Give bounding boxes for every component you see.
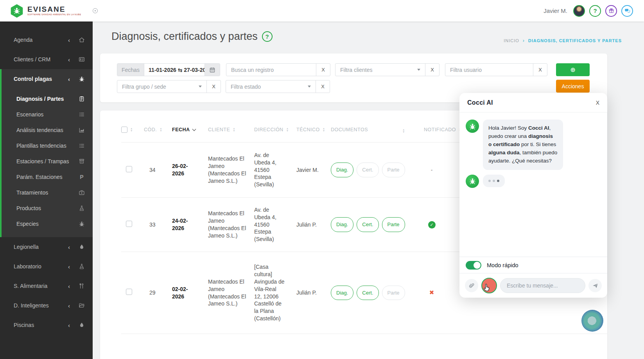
sidebar-item-laboratorio[interactable]: Laboratorio ‹ bbox=[0, 257, 93, 276]
archive-icon bbox=[79, 158, 85, 164]
clear-search-button[interactable]: X bbox=[316, 64, 330, 76]
doc-diag-button[interactable]: Diag. bbox=[331, 163, 353, 177]
row-checkbox[interactable] bbox=[126, 289, 132, 295]
chevron-down-icon bbox=[308, 86, 311, 88]
sidebar-item-piscinas[interactable]: Piscinas ‹ bbox=[0, 315, 93, 335]
select-all-checkbox[interactable] bbox=[121, 127, 127, 133]
sidebar-item-productos[interactable]: Productos bbox=[2, 200, 93, 216]
sidebar-item-tratamientos[interactable]: Tratamientos bbox=[2, 185, 93, 200]
table-row: Mantecados El Jameo (Mantecados El Jameo… bbox=[121, 334, 607, 359]
status-filter: Filtra estado X bbox=[226, 80, 330, 93]
doc-cert-button[interactable]: Cert. bbox=[357, 163, 379, 177]
calendar-icon[interactable] bbox=[205, 64, 220, 76]
utensils-icon bbox=[79, 283, 85, 289]
user-filter-input[interactable] bbox=[445, 64, 533, 76]
typing-indicator-row bbox=[466, 175, 601, 188]
chevron-left-icon: ‹ bbox=[68, 302, 70, 309]
help-button[interactable]: ? bbox=[589, 5, 601, 17]
add-record-button[interactable]: ⊕ bbox=[556, 63, 590, 76]
row-checkbox[interactable] bbox=[126, 166, 132, 172]
chat-button[interactable] bbox=[621, 5, 633, 17]
search-input[interactable] bbox=[226, 64, 316, 76]
medkit-icon bbox=[79, 189, 85, 196]
cell-cliente: Mantecados El Jameo (Mantecados El Jameo… bbox=[208, 278, 250, 308]
sort-icon[interactable]: ▲▼ bbox=[402, 129, 405, 133]
doc-diag-button[interactable]: Diag. bbox=[331, 286, 353, 300]
gift-button[interactable] bbox=[605, 5, 617, 17]
sort-icon[interactable]: ▲▼ bbox=[233, 127, 235, 132]
cell-cliente: Mantecados El Jameo (Mantecados El Jameo… bbox=[208, 155, 250, 185]
cell-fecha: 02-02-2026 bbox=[172, 286, 200, 300]
clear-client-button[interactable]: X bbox=[425, 64, 439, 76]
sort-desc-icon[interactable] bbox=[192, 127, 196, 131]
sort-icon[interactable]: ▲▼ bbox=[286, 127, 289, 132]
sidebar-item-param-estaciones[interactable]: Parám. EstacionesP bbox=[2, 169, 93, 185]
cell-cod: 33 bbox=[144, 221, 172, 229]
quick-mode-toggle[interactable] bbox=[466, 261, 481, 270]
doc-parte-button[interactable]: Parte bbox=[382, 163, 405, 177]
chevron-left-icon: ‹ bbox=[68, 37, 70, 43]
sidebar-item-estaciones-trampas[interactable]: Estaciones / Trampas bbox=[2, 154, 93, 169]
sidebar-item-control-plagas[interactable]: Control plagas ‹ bbox=[2, 69, 93, 89]
sort-icon[interactable]: ▲▼ bbox=[323, 127, 325, 132]
sidebar-item-s-alimentaria[interactable]: S. Alimentaria ‹ bbox=[0, 276, 93, 296]
doc-parte-button[interactable]: Parte bbox=[382, 217, 405, 232]
title-help-icon[interactable]: ? bbox=[262, 31, 273, 42]
sidebar-item-clientes-crm[interactable]: Clientes / CRM ‹ bbox=[0, 50, 93, 69]
doc-diag-button[interactable]: Diag. bbox=[331, 217, 353, 232]
breadcrumb-home-link[interactable]: INICIO bbox=[504, 38, 519, 43]
chevron-left-icon: ‹ bbox=[68, 263, 70, 270]
idcard-icon bbox=[79, 56, 85, 63]
col-cliente: CLIENTE▲▼ bbox=[208, 127, 254, 132]
row-checkbox[interactable] bbox=[126, 221, 132, 227]
user-name: Javier M. bbox=[544, 7, 567, 14]
cell-cod: 29 bbox=[144, 289, 172, 296]
status-select[interactable]: Filtra estado bbox=[226, 80, 303, 93]
fechas-label: Fechas bbox=[117, 64, 144, 76]
sidebar-item-diagnosis-partes[interactable]: Diagnosis / Partes bbox=[2, 91, 93, 107]
col-direccion: DIRECCIÓN▲▼ bbox=[254, 127, 296, 132]
menu-collapse-icon[interactable] bbox=[93, 8, 98, 13]
date-range-value: 11-01-2026 ⇆ 27-03-2026 bbox=[144, 64, 205, 76]
doc-cert-button[interactable]: Cert. bbox=[357, 286, 379, 300]
chat-close-button[interactable]: X bbox=[596, 100, 599, 106]
date-range-filter[interactable]: Fechas 11-01-2026 ⇆ 27-03-2026 bbox=[117, 63, 220, 76]
sidebar-item-escenarios[interactable]: Escenarios bbox=[2, 107, 93, 122]
sidebar-group-control-plagas: Control plagas ‹ Diagnosis / Partes Esce… bbox=[0, 69, 93, 237]
bot-bug-avatar bbox=[466, 175, 479, 188]
droplet-icon bbox=[79, 322, 85, 328]
home-icon bbox=[79, 37, 85, 43]
client-select[interactable]: Filtra clientes bbox=[335, 64, 413, 76]
breadcrumb: INICIO › DIAGNOSIS, CERTIFICADOS Y PARTE… bbox=[504, 38, 622, 43]
chat-message-input[interactable] bbox=[500, 278, 585, 293]
attach-paperclip-icon[interactable] bbox=[465, 279, 478, 292]
sidebar-item-legionella[interactable]: Legionella ‹ bbox=[0, 237, 93, 257]
sidebar-item-plantillas-tendencias[interactable]: Plantillas tendencias bbox=[2, 138, 93, 154]
sort-icon[interactable]: ▲▼ bbox=[160, 127, 162, 132]
doc-cert-button[interactable]: Cert. bbox=[357, 217, 379, 232]
sort-icon[interactable]: ▲▼ bbox=[130, 127, 133, 132]
group-site-select[interactable]: Filtra grupo / sede bbox=[117, 80, 194, 93]
user-avatar[interactable] bbox=[573, 5, 585, 17]
floating-sphere-launcher[interactable] bbox=[581, 310, 603, 332]
cell-tecnico: Julián P. bbox=[296, 289, 331, 296]
clear-status-button[interactable]: X bbox=[316, 80, 330, 93]
sidebar-item-analisis-tendencias[interactable]: Análisis tendencias bbox=[2, 122, 93, 138]
bot-message-row: Hola Javier! Soy Cocci AI, puedo crear u… bbox=[466, 120, 601, 170]
clear-group-button[interactable]: X bbox=[206, 80, 221, 93]
cell-fecha: 24-02-2026 bbox=[172, 217, 200, 232]
doc-parte-button[interactable]: Parte bbox=[382, 286, 405, 300]
sidebar-item-d-inteligentes[interactable]: D. Inteligentes ‹ bbox=[0, 296, 93, 315]
voice-record-button[interactable] bbox=[481, 278, 497, 293]
sidebar-item-especies[interactable]: Especies bbox=[2, 216, 93, 232]
col-documentos: DOCUMENTOS▲▼ bbox=[331, 126, 414, 133]
clear-user-button[interactable]: X bbox=[533, 64, 547, 76]
cell-cliente: Mantecados El Jameo (Mantecados El Jameo… bbox=[208, 210, 250, 239]
sidebar-item-agenda[interactable]: Agenda ‹ bbox=[0, 30, 93, 50]
send-icon[interactable] bbox=[588, 279, 602, 292]
acciones-button[interactable]: Acciones bbox=[556, 80, 590, 93]
group-site-filter: Filtra grupo / sede X bbox=[117, 80, 221, 93]
cell-notificado: ✓ bbox=[414, 221, 453, 229]
chevron-left-icon: ‹ bbox=[68, 56, 70, 63]
evisane-logo[interactable]: EVISANE SOFTWARE SANIDAD AMBIENTAL EN LA… bbox=[0, 4, 81, 18]
